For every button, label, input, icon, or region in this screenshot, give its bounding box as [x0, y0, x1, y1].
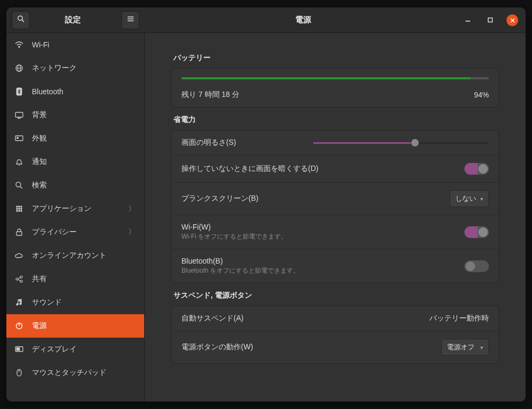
titlebar-left: 設定 — [6, 11, 145, 29]
sidebar-item-label: 共有 — [32, 274, 136, 284]
battery-percent-text: 94% — [474, 91, 489, 99]
blank-screen-value: しない — [455, 194, 476, 203]
sidebar-item-sound[interactable]: サウンド — [6, 291, 144, 314]
power-icon — [15, 322, 23, 330]
search-icon — [15, 181, 23, 190]
blank-screen-dropdown[interactable]: しない ▾ — [450, 190, 489, 207]
globe-icon — [15, 64, 23, 72]
minimize-icon — [465, 15, 471, 25]
sidebar-item-displays[interactable]: ディスプレイ — [6, 338, 144, 361]
display-icon — [15, 345, 23, 354]
svg-rect-41 — [16, 348, 20, 350]
app-title: 設定 — [30, 15, 116, 25]
suspend-panel: 自動サスペンド(A) バッテリー動作時 電源ボタンの動作(W) 電源オフ ▾ — [171, 306, 499, 364]
sidebar-item-label: マウスとタッチパッド — [32, 368, 136, 378]
bluetooth-icon — [15, 87, 23, 96]
svg-point-23 — [21, 206, 22, 208]
svg-point-37 — [20, 303, 22, 305]
sidebar-item-wifi[interactable]: Wi-Fi — [6, 33, 144, 56]
sidebar-item-label: 検索 — [32, 181, 136, 190]
power-saving-panel: 画面の明るさ(S) 操作していないときに画面を暗くする(D) — [171, 130, 499, 283]
grid-icon — [15, 204, 23, 213]
sidebar-item-applications[interactable]: アプリケーション 〉 — [6, 197, 144, 220]
sidebar-item-mouse-touchpad[interactable]: マウスとタッチパッド — [6, 361, 144, 385]
toggle-knob — [466, 261, 475, 271]
music-icon — [15, 298, 23, 307]
battery-progress — [181, 77, 489, 79]
svg-rect-30 — [16, 232, 22, 235]
bell-icon — [15, 158, 23, 166]
sidebar-item-label: ネットワーク — [32, 63, 136, 73]
main-content: バッテリー 残り 7 時間 18 分 94% 省電力 画面の明るさ(S) — [145, 33, 526, 402]
sidebar: Wi-Fi ネットワーク Bluetooth 背景 外観 通知 — [6, 33, 145, 402]
svg-line-20 — [20, 186, 22, 189]
slider-fill — [313, 142, 415, 144]
sidebar-item-appearance[interactable]: 外観 — [6, 127, 144, 150]
sidebar-item-privacy[interactable]: プライバシー 〉 — [6, 220, 144, 244]
hamburger-menu-button[interactable] — [121, 11, 139, 29]
sidebar-item-network[interactable]: ネットワーク — [6, 56, 144, 80]
wifi-power-row: Wi-Fi(W) Wi-Fi をオフにすると節電できます。 — [172, 215, 498, 249]
dim-toggle[interactable] — [464, 163, 489, 175]
battery-remaining-text: 残り 7 時間 18 分 — [181, 90, 474, 100]
sidebar-item-label: サウンド — [32, 298, 136, 307]
svg-point-17 — [17, 137, 19, 139]
close-button[interactable] — [506, 14, 518, 26]
suspend-section-title: サスペンド, 電源ボタン — [173, 291, 499, 300]
sidebar-item-online-accounts[interactable]: オンラインアカウント — [6, 244, 144, 267]
search-button[interactable] — [12, 11, 30, 29]
maximize-icon — [487, 15, 493, 25]
sidebar-item-background[interactable]: 背景 — [6, 103, 144, 127]
svg-point-31 — [16, 278, 18, 280]
svg-point-25 — [19, 208, 20, 210]
desktop-icon — [15, 111, 23, 119]
close-icon — [510, 15, 515, 25]
svg-point-32 — [20, 276, 22, 278]
svg-point-28 — [19, 210, 20, 212]
maximize-button[interactable] — [484, 14, 496, 26]
power-button-label: 電源ボタンの動作(W) — [181, 342, 441, 352]
bluetooth-power-row: Bluetooth(B) Bluetooth をオフにすると節電できます。 — [172, 249, 498, 283]
mouse-icon — [15, 369, 23, 377]
svg-line-35 — [18, 280, 20, 281]
svg-point-21 — [16, 206, 18, 208]
brightness-slider[interactable] — [313, 142, 489, 144]
wifi-power-toggle[interactable] — [464, 226, 489, 238]
sidebar-item-label: オンラインアカウント — [32, 251, 136, 260]
minimize-button[interactable] — [462, 14, 473, 26]
brightness-row: 画面の明るさ(S) — [172, 130, 498, 156]
sidebar-item-power[interactable]: 電源 — [6, 314, 144, 338]
svg-rect-14 — [15, 112, 23, 117]
sidebar-item-notifications[interactable]: 通知 — [6, 150, 144, 174]
battery-bar-wrap — [172, 69, 498, 83]
sidebar-item-label: 背景 — [32, 110, 136, 120]
dim-label: 操作していないときに画面を暗くする(D) — [181, 164, 464, 174]
search-icon — [17, 15, 25, 25]
settings-window: 設定 電源 Wi-Fi — [6, 7, 526, 402]
sidebar-item-sharing[interactable]: 共有 — [6, 267, 144, 291]
svg-point-26 — [21, 208, 22, 210]
wifi-power-description: Wi-Fi をオフにすると節電できます。 — [181, 232, 464, 241]
blank-screen-row: ブランクスクリーン(B) しない ▾ — [172, 183, 498, 215]
bluetooth-power-label: Bluetooth(B) — [181, 257, 464, 265]
auto-suspend-row[interactable]: 自動サスペンド(A) バッテリー動作時 — [172, 306, 498, 331]
chevron-down-icon: ▾ — [480, 196, 483, 202]
brightness-label: 画面の明るさ(S) — [181, 138, 313, 148]
bluetooth-power-toggle[interactable] — [464, 260, 489, 272]
sidebar-item-label: ディスプレイ — [32, 345, 136, 354]
svg-point-29 — [21, 210, 22, 212]
chevron-right-icon: 〉 — [128, 204, 136, 214]
power-saving-section-title: 省電力 — [173, 115, 499, 125]
share-icon — [15, 275, 23, 283]
toggle-knob — [478, 164, 488, 174]
svg-line-1 — [22, 20, 24, 22]
appearance-icon — [15, 134, 23, 143]
sidebar-item-search[interactable]: 検索 — [6, 174, 144, 197]
svg-point-36 — [16, 304, 19, 306]
slider-knob[interactable] — [411, 138, 419, 147]
sidebar-item-bluetooth[interactable]: Bluetooth — [6, 80, 144, 103]
dim-row: 操作していないときに画面を暗くする(D) — [172, 156, 498, 183]
sidebar-item-label: Wi-Fi — [32, 40, 136, 49]
svg-line-34 — [18, 277, 20, 279]
power-button-dropdown[interactable]: 電源オフ ▾ — [441, 339, 489, 356]
